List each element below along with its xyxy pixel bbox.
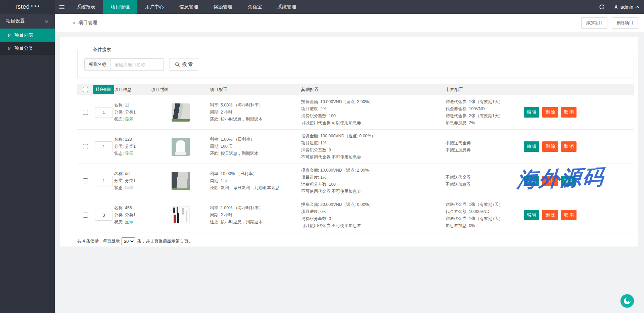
- select-all-checkbox[interactable]: [83, 87, 88, 92]
- project-config-cell: 利率: 10.00% （日利率） 周期: 1 天 还款: 复利，每日复利，到期返…: [210, 170, 301, 191]
- row-actions: 编 辑 删 除 取 消: [524, 141, 634, 152]
- navbar-right: admin: [599, 0, 644, 14]
- user-name: admin: [620, 4, 633, 10]
- extra-action-button[interactable]: 取 消: [561, 141, 577, 152]
- project-category: 分类: 分类1: [114, 212, 151, 219]
- main-area: » 项目管理 添加项目 删除项目 条件搜索 项目名称 搜 索 排: [55, 14, 644, 313]
- search-button-label: 搜 索: [182, 61, 193, 68]
- nav-tabs: 系统报表 项目管理 用户中心 信息管理 奖励管理 余额宝 系统管理: [69, 0, 304, 14]
- add-project-button[interactable]: 添加项目: [581, 17, 607, 29]
- sort-refresh-button[interactable]: 排序刷新: [93, 85, 114, 94]
- delete-project-button[interactable]: 删除项目: [612, 17, 638, 29]
- search-button[interactable]: 搜 索: [170, 58, 198, 71]
- project-cover-image: [172, 138, 190, 156]
- nav-tab-yuebao[interactable]: 余额宝: [240, 0, 270, 14]
- project-cover-image: [172, 172, 190, 190]
- table-row: 名称: 123 分类: 分类1 状态: 显示 利率: 1.00% （日利率） 周…: [77, 130, 634, 164]
- other-config-cell: 投资金额: 20.000VND（返点: 0.00%） 项目进度: 0% 消费积分…: [301, 201, 446, 229]
- table-row: 名称: 456 分类: 分类1 状态: 显示 利率: 1.00% （每小时利率）…: [77, 198, 634, 232]
- swirl-icon: [620, 294, 634, 308]
- project-status: 显示: [125, 117, 133, 122]
- sidebar-item-project-list[interactable]: 项目列表: [0, 29, 55, 42]
- coupon-config-cell: 不赠送代金券 不赠送加息券: [446, 140, 524, 154]
- search-legend: 条件搜索: [90, 47, 114, 53]
- link-icon: [7, 46, 11, 51]
- nav-tab-reward-manage[interactable]: 奖励管理: [206, 0, 240, 14]
- app-logo: rstedTP5.1: [0, 0, 55, 14]
- nav-tab-user-center[interactable]: 用户中心: [137, 0, 172, 14]
- project-category: 分类: 分类1: [114, 177, 151, 184]
- table-body: 名称: 11 分类: 分类1 状态: 显示 利率: 5.00% （每小时利率） …: [77, 95, 634, 232]
- project-status-line: 状态: 显示: [114, 150, 151, 157]
- nav-tab-info-manage[interactable]: 信息管理: [172, 0, 206, 14]
- pagination: 共 4 条记录，每页显示 20 条，共 1 页当前显示第 1 页。: [77, 237, 634, 245]
- user-menu[interactable]: admin: [613, 4, 639, 10]
- edit-button[interactable]: 编 辑: [524, 176, 539, 186]
- sidebar: 项目设置 项目列表 项目分类: [0, 14, 55, 313]
- refresh-icon[interactable]: [599, 4, 605, 10]
- project-name: 名称: 123: [114, 136, 151, 143]
- search-icon: [175, 62, 180, 67]
- edit-button[interactable]: 编 辑: [524, 210, 539, 220]
- project-cover-image: [172, 103, 190, 122]
- extra-action-button[interactable]: 取 消: [561, 107, 577, 118]
- nav-tab-system-report[interactable]: 系统报表: [69, 0, 103, 14]
- row-checkbox[interactable]: [83, 110, 88, 115]
- coupon-config-cell: 赠送代金券: 1张（有效期1天） 代金券金额: 100VND 赠送代金券: 2张…: [446, 98, 524, 127]
- project-status-line: 状态: 隐藏: [114, 184, 151, 191]
- delete-button[interactable]: 删 除: [542, 107, 558, 118]
- delete-button[interactable]: 删 除: [542, 210, 558, 220]
- row-checkbox[interactable]: [83, 213, 88, 218]
- header-coupon-config: 卡券配置: [446, 87, 524, 93]
- per-page-select[interactable]: 20: [122, 237, 135, 245]
- app-logo-version: TP5.1: [31, 4, 40, 7]
- table-row: 名称: dd 分类: 分类1 状态: 隐藏 利率: 10.00% （日利率） 周…: [77, 164, 634, 198]
- extra-action-button[interactable]: 精选: [561, 176, 576, 186]
- delete-button[interactable]: 删 除: [542, 141, 558, 152]
- sort-input[interactable]: [95, 107, 112, 118]
- sort-input[interactable]: [95, 141, 112, 152]
- sidebar-item-label: 项目分类: [14, 45, 33, 51]
- edit-button[interactable]: 编 辑: [524, 141, 539, 152]
- delete-button[interactable]: 删 除: [542, 176, 558, 186]
- header-project-config: 项目配置: [210, 87, 301, 93]
- nav-tab-project-manage[interactable]: 项目管理: [103, 0, 137, 14]
- header-other-config: 其他配置: [301, 87, 446, 93]
- search-input[interactable]: [110, 59, 164, 70]
- link-icon: [7, 33, 11, 38]
- project-status: 显示: [125, 151, 133, 156]
- extra-action-button[interactable]: 取 消: [561, 210, 577, 220]
- project-category: 分类: 分类1: [114, 143, 151, 150]
- top-navbar: rstedTP5.1 系统报表 项目管理 用户中心 信息管理 奖励管理 余额宝 …: [0, 0, 644, 14]
- row-checkbox[interactable]: [83, 178, 88, 183]
- project-name: 名称: 11: [114, 102, 151, 109]
- row-actions: 编 辑 删 除 取 消: [524, 107, 634, 118]
- chevron-up-icon: [635, 6, 639, 8]
- project-status: 隐藏: [125, 185, 133, 190]
- sidebar-item-project-category[interactable]: 项目分类: [0, 42, 55, 55]
- sort-input[interactable]: [95, 176, 112, 186]
- breadcrumb-bar: » 项目管理 添加项目 删除项目: [55, 14, 644, 32]
- sidebar-group-label: 项目设置: [6, 18, 25, 24]
- breadcrumb: » 项目管理: [72, 19, 97, 26]
- project-info-cell: 名称: 456 分类: 分类1 状态: 显示: [114, 205, 151, 226]
- sidebar-group-project-settings[interactable]: 项目设置: [0, 14, 55, 29]
- project-name: 名称: 456: [114, 205, 151, 212]
- user-icon: [613, 4, 618, 10]
- edit-button[interactable]: 编 辑: [524, 107, 539, 118]
- project-status-line: 状态: 显示: [114, 219, 151, 226]
- row-checkbox[interactable]: [83, 144, 88, 149]
- other-config-cell: 投资金额: 10.000VND（返点: 2.00%） 项目进度: 2% 消费积分…: [301, 98, 446, 127]
- sort-input[interactable]: [95, 210, 112, 221]
- header-project-cover: 项目封面: [151, 87, 210, 93]
- project-config-cell: 利率: 1.00% （日利率） 周期: 100 天 还款: 按天返息，到期返本: [210, 136, 301, 157]
- project-config-cell: 利率: 5.00% （每小时利率） 周期: 2 小时 还款: 按小时返息，到期返…: [210, 102, 301, 123]
- float-action-button[interactable]: [620, 294, 634, 308]
- other-config-cell: 投资金额: 10.000VND（返点: 2.00%） 项目进度: 1% 消费积分…: [301, 167, 446, 195]
- coupon-config-cell: 赠送代金券: 1张（有效期7天） 代金券金额: 10000VND 赠送代金券: …: [446, 201, 524, 229]
- project-name-label: 项目名称: [85, 59, 110, 70]
- nav-tab-system-manage[interactable]: 系统管理: [270, 0, 304, 14]
- project-status-line: 状态: 显示: [114, 116, 151, 123]
- page-actions: 添加项目 删除项目: [581, 17, 638, 29]
- hamburger-icon[interactable]: [55, 0, 69, 14]
